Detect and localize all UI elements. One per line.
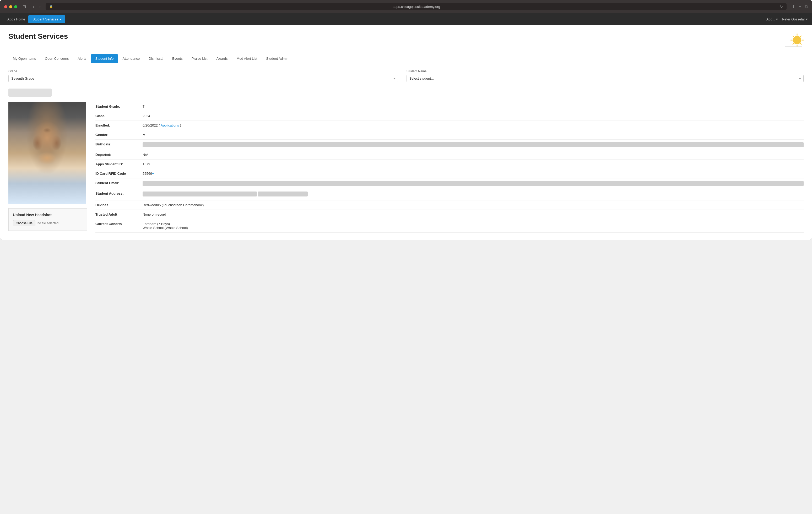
student-grade-label: Student Grade:: [95, 104, 143, 109]
student-photo: [8, 102, 86, 204]
student-info-layout: Upload New Headshot Choose File no file …: [8, 102, 804, 233]
student-address-row: Student Address: ███████████████████████…: [95, 189, 804, 201]
enrolled-value: 6/20/2022 ( Applications ): [143, 123, 804, 127]
tab-awards[interactable]: Awards: [212, 54, 232, 63]
app-header: Apps Home Student Services ▾ Add... ▾ Pe…: [0, 13, 812, 25]
gender-value: M: [143, 133, 804, 137]
page-content: Student Services My Open Items Open Conc…: [0, 25, 812, 240]
student-name-filter-group: Student Name Select student...: [407, 69, 804, 82]
svg-line-6: [800, 43, 801, 44]
enrolled-row: Enrolled: 6/20/2022 ( Applications ): [95, 121, 804, 130]
tab-med-alert-list[interactable]: Med Alert List: [232, 54, 262, 63]
tab-praise-list[interactable]: Praise List: [187, 54, 212, 63]
user-menu-button[interactable]: Peter Gosselar ▾: [782, 17, 808, 21]
student-name-heading: Troy Branch: [8, 89, 52, 97]
add-dropdown-icon: ▾: [776, 17, 778, 21]
tab-open-concerns[interactable]: Open Concerns: [40, 54, 73, 63]
url-display: apps.chicagojesuitacademy.org: [55, 5, 778, 9]
page-title-row: Student Services: [8, 32, 804, 48]
browser-nav: ‹ ›: [31, 4, 42, 10]
class-label: Class:: [95, 114, 143, 118]
departed-label: Departed:: [95, 153, 143, 157]
add-button[interactable]: Add... ▾: [766, 17, 778, 21]
grade-select[interactable]: Seventh Grade: [8, 75, 398, 82]
student-fields-column: Student Grade: 7 Class: 2024 Enrolled: 6…: [95, 102, 804, 233]
upload-title: Upload New Headshot: [13, 213, 83, 217]
trusted-adult-value: None on record: [143, 212, 804, 216]
student-grade-value: 7: [143, 104, 804, 109]
reload-icon[interactable]: ↻: [780, 5, 783, 9]
student-email-value: ████████████████: [143, 181, 804, 186]
apps-student-id-value: 1679: [143, 162, 804, 166]
file-input-row: Choose File no file selected: [13, 220, 83, 226]
page-title: Student Services: [8, 32, 68, 40]
current-cohorts-value: Fordham (7 Boys) Whole School (Whole Sch…: [143, 222, 804, 230]
devices-value: Redwood05 (Touchscreen Chromebook): [143, 203, 804, 207]
gender-label: Gender:: [95, 133, 143, 137]
student-address-label: Student Address:: [95, 191, 143, 195]
new-tab-icon[interactable]: +: [799, 4, 801, 9]
tab-events[interactable]: Events: [168, 54, 187, 63]
enrolled-label: Enrolled:: [95, 123, 143, 127]
back-button[interactable]: ‹: [31, 4, 36, 10]
filters-row: Grade Seventh Grade Student Name Select …: [8, 69, 804, 82]
devices-row: Devices Redwood05 (Touchscreen Chromeboo…: [95, 201, 804, 210]
sidebar-toggle-icon[interactable]: ⊡: [23, 4, 26, 9]
dropdown-arrow-icon: ▾: [60, 18, 61, 21]
window-controls: [4, 5, 17, 8]
birthdate-value: ██████████: [143, 142, 804, 147]
grade-filter-group: Grade Seventh Grade: [8, 69, 398, 82]
devices-label: Devices: [95, 203, 143, 207]
apps-student-id-label: Apps Student ID:: [95, 162, 143, 166]
close-dot[interactable]: [4, 5, 7, 8]
photo-canvas: [8, 102, 86, 204]
current-cohorts-label: Current Cohorts: [95, 222, 143, 226]
departed-row: Departed: N/A: [95, 150, 804, 159]
student-email-row: Student Email: ████████████████: [95, 178, 804, 189]
tab-attendance[interactable]: Attendance: [118, 54, 144, 63]
sun-logo: [783, 32, 804, 48]
address-bar[interactable]: 🔒 apps.chicagojesuitacademy.org ↻: [46, 3, 787, 10]
trusted-adult-row: Trusted Adult None on record: [95, 210, 804, 219]
tab-alerts[interactable]: Alerts: [73, 54, 91, 63]
apps-home-button[interactable]: Apps Home: [4, 15, 28, 23]
tab-student-admin[interactable]: Student Admin: [262, 54, 293, 63]
rfid-row: ID Card RFID Code 52569+: [95, 169, 804, 178]
trusted-adult-label: Trusted Adult: [95, 212, 143, 216]
student-email-label: Student Email:: [95, 181, 143, 185]
departed-value: N/A: [143, 153, 804, 157]
active-tab-label: Student Services: [32, 17, 58, 21]
svg-line-5: [793, 36, 794, 37]
rfid-value: 52569+: [143, 172, 804, 176]
maximize-dot[interactable]: [14, 5, 17, 8]
birthdate-label: Birthdate:: [95, 142, 143, 146]
tabs-row: My Open Items Open Concerns Alerts Stude…: [8, 54, 804, 63]
apps-student-id-row: Apps Student ID: 1679: [95, 159, 804, 169]
forward-button[interactable]: ›: [38, 4, 42, 10]
birthdate-row: Birthdate: ██████████: [95, 140, 804, 150]
student-name-label: Student Name: [407, 69, 804, 73]
svg-line-8: [793, 43, 794, 44]
svg-line-7: [800, 36, 801, 37]
student-grade-row: Student Grade: 7: [95, 102, 804, 111]
student-photo-column: Upload New Headshot Choose File no file …: [8, 102, 87, 233]
rfid-label: ID Card RFID Code: [95, 172, 143, 176]
browser-titlebar: ⊡ ‹ › 🔒 apps.chicagojesuitacademy.org ↻ …: [0, 0, 812, 13]
tab-overview-icon[interactable]: ⧉: [805, 4, 808, 9]
choose-file-button[interactable]: Choose File: [13, 220, 35, 226]
gender-row: Gender: M: [95, 130, 804, 140]
student-services-tab[interactable]: Student Services ▾: [28, 15, 65, 23]
share-icon[interactable]: ⬆: [792, 4, 795, 9]
grade-label: Grade: [8, 69, 398, 73]
student-name-select[interactable]: Select student...: [407, 75, 804, 82]
user-dropdown-icon: ▾: [806, 17, 808, 21]
browser-actions: ⬆ + ⧉: [792, 4, 808, 9]
browser-window: ⊡ ‹ › 🔒 apps.chicagojesuitacademy.org ↻ …: [0, 0, 812, 240]
current-cohorts-row: Current Cohorts Fordham (7 Boys) Whole S…: [95, 219, 804, 233]
tab-my-open-items[interactable]: My Open Items: [8, 54, 40, 63]
tab-student-info[interactable]: Student Info: [91, 54, 118, 63]
minimize-dot[interactable]: [9, 5, 12, 8]
tab-dismissal[interactable]: Dismissal: [144, 54, 168, 63]
applications-link[interactable]: Applications: [161, 123, 179, 127]
rfid-add-icon[interactable]: +: [152, 172, 154, 176]
